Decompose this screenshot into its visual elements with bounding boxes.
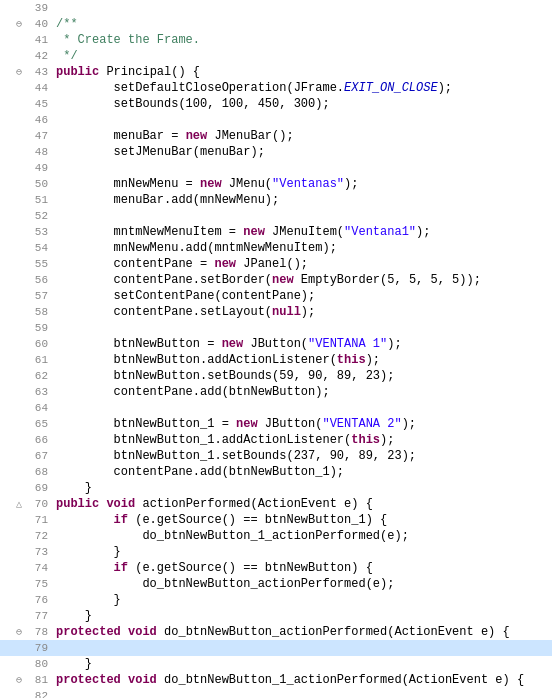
line-number: 67: [24, 450, 48, 462]
code-content: mntmNewMenuItem = new JMenuItem("Ventana…: [52, 225, 552, 239]
token-plain: mnNewMenu.add(mntmNewMenuItem);: [56, 241, 337, 255]
line-number-area: 45: [0, 98, 52, 110]
code-line: 65 btnNewButton_1 = new JButton("VENTANA…: [0, 416, 552, 432]
token-plain: actionPerformed(ActionEvent e) {: [135, 497, 373, 511]
line-number: 56: [24, 274, 48, 286]
code-content: public void actionPerformed(ActionEvent …: [52, 497, 552, 511]
fold-icon[interactable]: ⊖: [14, 674, 24, 686]
code-content: setBounds(100, 100, 450, 300);: [52, 97, 552, 111]
token-plain: menuBar.add(mnNewMenu);: [56, 193, 279, 207]
line-number: 80: [24, 658, 48, 670]
code-content: do_btnNewButton_actionPerformed(e);: [52, 577, 552, 591]
line-number-area: 75: [0, 578, 52, 590]
code-line: 62 btnNewButton.setBounds(59, 90, 89, 23…: [0, 368, 552, 384]
line-number: 64: [24, 402, 48, 414]
code-content: if (e.getSource() == btnNewButton) {: [52, 561, 552, 575]
token-plain: JPanel();: [236, 257, 308, 271]
code-line: 63 contentPane.add(btnNewButton);: [0, 384, 552, 400]
token-plain: }: [56, 657, 92, 671]
code-content: btnNewButton_1 = new JButton("VENTANA 2"…: [52, 417, 552, 431]
token-plain: btnNewButton_1.setBounds(237, 90, 89, 23…: [56, 449, 416, 463]
token-plain: do_btnNewButton_actionPerformed(ActionEv…: [157, 625, 510, 639]
token-plain: do_btnNewButton_1_actionPerformed(Action…: [157, 673, 524, 687]
line-number: 75: [24, 578, 48, 590]
line-number-area: 77: [0, 610, 52, 622]
token-plain: (e.getSource() == btnNewButton) {: [128, 561, 373, 575]
line-number: 73: [24, 546, 48, 558]
fold-icon[interactable]: △: [14, 498, 24, 510]
code-line: ⊖43public Principal() {: [0, 64, 552, 80]
code-line: 68 contentPane.add(btnNewButton_1);: [0, 464, 552, 480]
line-number: 52: [24, 210, 48, 222]
code-line: 52: [0, 208, 552, 224]
code-content: menuBar.add(mnNewMenu);: [52, 193, 552, 207]
token-str: "Ventana1": [344, 225, 416, 239]
token-kw: public: [56, 497, 99, 511]
line-number-area: 50: [0, 178, 52, 190]
line-number: 68: [24, 466, 48, 478]
line-number-area: 74: [0, 562, 52, 574]
token-kw: new: [243, 225, 265, 239]
token-plain: JButton(: [243, 337, 308, 351]
token-plain: do_btnNewButton_actionPerformed(e);: [56, 577, 394, 591]
token-plain: JMenuItem(: [265, 225, 344, 239]
line-number: 69: [24, 482, 48, 494]
line-number: 65: [24, 418, 48, 430]
token-plain: contentPane.add(btnNewButton);: [56, 385, 330, 399]
line-number-area: 73: [0, 546, 52, 558]
code-content: */: [52, 49, 552, 63]
code-content: }: [52, 657, 552, 671]
line-number-area: 52: [0, 210, 52, 222]
line-number-area: ⊖81: [0, 674, 52, 686]
token-kw: protected: [56, 625, 121, 639]
line-number: 62: [24, 370, 48, 382]
token-kw: new: [186, 129, 208, 143]
line-number: 74: [24, 562, 48, 574]
code-line: ⊖40/**: [0, 16, 552, 32]
token-cm: */: [56, 49, 78, 63]
code-content: do_btnNewButton_1_actionPerformed(e);: [52, 529, 552, 543]
code-content: contentPane.add(btnNewButton_1);: [52, 465, 552, 479]
line-number-area: 72: [0, 530, 52, 542]
fold-icon[interactable]: ⊖: [14, 66, 24, 78]
code-content: contentPane = new JPanel();: [52, 257, 552, 271]
line-number-area: 55: [0, 258, 52, 270]
code-content: btnNewButton_1.addActionListener(this);: [52, 433, 552, 447]
code-line: 74 if (e.getSource() == btnNewButton) {: [0, 560, 552, 576]
token-kw: void: [128, 673, 157, 687]
code-line: 49: [0, 160, 552, 176]
code-line: 50 mnNewMenu = new JMenu("Ventanas");: [0, 176, 552, 192]
line-number: 72: [24, 530, 48, 542]
code-content: setJMenuBar(menuBar);: [52, 145, 552, 159]
code-content: mnNewMenu = new JMenu("Ventanas");: [52, 177, 552, 191]
line-number: 48: [24, 146, 48, 158]
token-kw: if: [114, 561, 128, 575]
code-line: ⊖78protected void do_btnNewButton_action…: [0, 624, 552, 640]
token-kw: if: [114, 513, 128, 527]
token-kw: this: [337, 353, 366, 367]
fold-icon[interactable]: ⊖: [14, 18, 24, 30]
code-content: setDefaultCloseOperation(JFrame.EXIT_ON_…: [52, 81, 552, 95]
code-content: btnNewButton_1.setBounds(237, 90, 89, 23…: [52, 449, 552, 463]
line-number: 54: [24, 242, 48, 254]
token-plain: );: [380, 433, 394, 447]
code-line: 77 }: [0, 608, 552, 624]
line-number-area: 80: [0, 658, 52, 670]
token-plain: btnNewButton.setBounds(59, 90, 89, 23);: [56, 369, 394, 383]
token-kw: public: [56, 65, 99, 79]
token-plain: btnNewButton.addActionListener(: [56, 353, 337, 367]
line-number-area: 69: [0, 482, 52, 494]
line-number-area: 49: [0, 162, 52, 174]
code-line: 67 btnNewButton_1.setBounds(237, 90, 89,…: [0, 448, 552, 464]
code-line: 72 do_btnNewButton_1_actionPerformed(e);: [0, 528, 552, 544]
fold-icon[interactable]: ⊖: [14, 626, 24, 638]
code-line: 44 setDefaultCloseOperation(JFrame.EXIT_…: [0, 80, 552, 96]
token-plain: contentPane.add(btnNewButton_1);: [56, 465, 344, 479]
code-line: 60 btnNewButton = new JButton("VENTANA 1…: [0, 336, 552, 352]
code-content: contentPane.setLayout(null);: [52, 305, 552, 319]
line-number-area: 39: [0, 2, 52, 14]
token-kw: new: [222, 337, 244, 351]
line-number: 39: [24, 2, 48, 14]
line-number: 70: [24, 498, 48, 510]
line-number-area: 63: [0, 386, 52, 398]
